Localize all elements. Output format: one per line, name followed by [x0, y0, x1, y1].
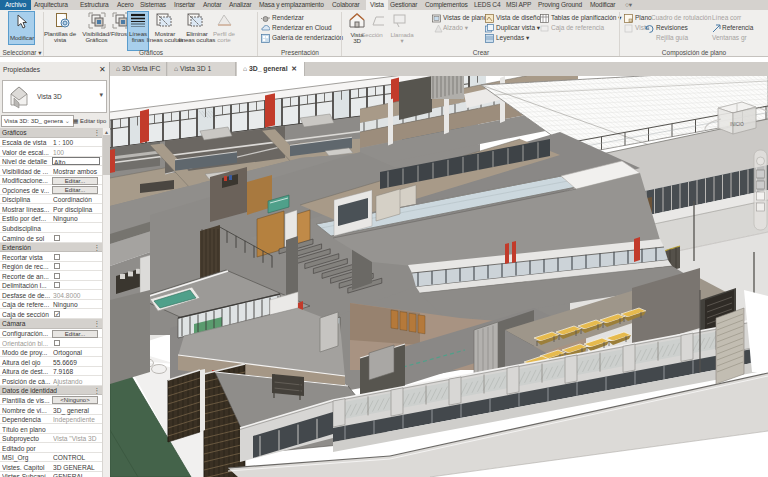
- svg-text:INICIO: INICIO: [730, 122, 744, 127]
